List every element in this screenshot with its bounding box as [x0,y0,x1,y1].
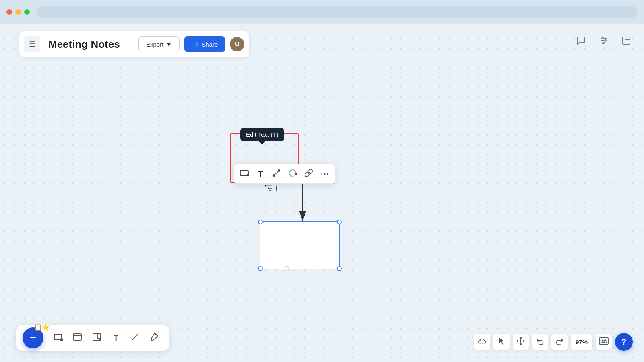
avatar[interactable]: U [230,37,244,51]
context-toolbar: T [233,164,336,184]
rectangle-tool-button[interactable] [50,330,66,346]
url-bar [36,6,638,18]
cursor-icon [498,337,505,348]
chat-icon [576,36,586,48]
share-button[interactable]: 👥 Share [184,36,225,52]
chevron-down-icon: ▼ [166,41,172,48]
add-button-wrapper: + 📋⭐ [23,327,47,348]
rectangle-icon [53,332,63,344]
hamburger-icon: ☰ [29,40,35,49]
select-tool-button[interactable] [493,334,510,350]
sticker-emoji: 📋⭐ [34,323,50,331]
handle-bottom-right[interactable] [337,266,342,271]
canvas-svg [0,24,644,362]
svg-point-16 [291,171,294,174]
shape-icon [240,170,249,178]
color-wheel-icon [288,169,297,179]
minimize-dot[interactable] [15,9,21,15]
redo-button[interactable] [551,334,568,350]
undo-button[interactable] [532,334,548,350]
edit-panel-icon [621,36,631,48]
arrow-style-icon [272,169,281,179]
svg-point-12 [247,174,249,176]
bottom-right-controls: 97% ? [474,333,633,351]
redo-icon [555,337,564,348]
filter-settings-button[interactable] [596,34,612,50]
svg-point-19 [60,339,63,341]
text-icon: T [258,169,263,179]
handle-top-left[interactable] [258,220,263,224]
canvas-area[interactable]: ☰ Meeting Notes Export ▼ 👥 Share U [0,24,644,362]
svg-point-13 [273,175,275,176]
export-button[interactable]: Export ▼ [138,36,180,52]
chat-button[interactable] [573,34,589,50]
second-shape[interactable] [260,221,340,269]
more-icon: ⋯ [320,169,330,179]
svg-point-3 [602,37,603,39]
help-button[interactable]: ? [615,333,633,351]
cloud-save-button[interactable] [474,334,490,350]
more-options-button[interactable]: ⋯ [318,167,332,181]
close-dot[interactable] [6,9,12,15]
shape-style-button[interactable] [237,167,252,181]
card-tool-button[interactable] [69,330,85,346]
link-button[interactable] [301,167,316,181]
question-mark-icon: ? [621,337,626,347]
pan-tool-button[interactable] [513,334,529,350]
card-icon [72,332,82,344]
svg-rect-6 [623,37,630,44]
line-tool-icon [130,332,140,344]
svg-rect-20 [73,334,81,340]
svg-rect-28 [599,338,608,344]
marker-tool-button[interactable] [147,330,163,346]
keyboard-icon [599,337,609,347]
color-fill-button[interactable] [285,167,300,181]
handle-bottom-left[interactable] [258,266,263,271]
svg-line-25 [155,334,157,335]
svg-point-5 [603,42,604,44]
undo-icon [536,337,545,348]
bottom-toolbar: + 📋⭐ [16,325,169,351]
menu-button[interactable]: ☰ [24,36,40,52]
header-toolbar: ☰ Meeting Notes Export ▼ 👥 Share U [19,31,249,57]
sliders-icon [599,36,609,48]
cloud-icon [478,337,487,347]
text-tool-button[interactable]: T [108,330,124,346]
svg-point-4 [605,40,606,41]
edit-text-tooltip: Edit Text (T) [240,128,284,141]
maximize-dot[interactable] [24,9,30,15]
share-icon: 👥 [192,41,199,48]
plus-icon: + [30,331,36,344]
marker-icon [150,332,159,344]
handle-bottom-center-dashed[interactable] [284,266,289,271]
title-bar [0,0,644,24]
keyboard-shortcuts-button[interactable] [596,334,612,350]
move-icon [516,337,525,348]
arrow-style-button[interactable] [269,167,284,181]
text-format-button[interactable]: T [253,167,268,181]
svg-point-14 [278,170,280,171]
line-tool-button[interactable] [127,330,143,346]
export-label: Export [146,41,163,48]
window-controls [6,9,30,15]
document-title[interactable]: Meeting Notes [45,38,134,51]
sticky-note-icon [92,332,101,344]
edit-panel-button[interactable] [618,34,634,50]
link-icon [304,169,313,179]
right-panel-icons [573,34,634,50]
share-label: Share [202,41,218,48]
text-tool-icon: T [114,333,118,343]
zoom-level: 97% [571,334,592,350]
svg-line-24 [132,334,138,340]
sticky-note-button[interactable] [89,330,105,346]
handle-top-right[interactable] [337,220,342,224]
